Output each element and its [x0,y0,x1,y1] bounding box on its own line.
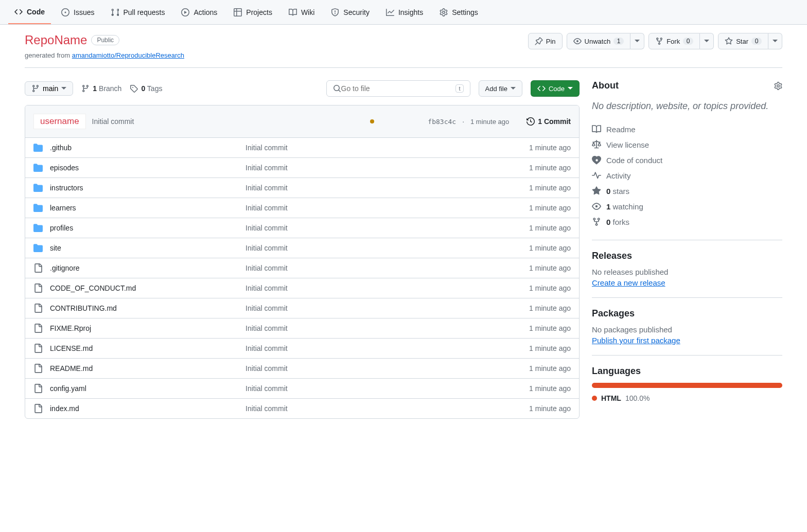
fork-button[interactable]: Fork 0 [648,33,700,49]
commit-message[interactable]: Initial commit [92,117,364,126]
repo-nav: Code Issues Pull requests Actions Projec… [0,0,807,25]
file-name-link[interactable]: index.md [50,404,245,413]
file-row: instructorsInitial commit1 minute ago [25,178,579,198]
file-commit-msg[interactable]: Initial commit [245,244,529,252]
pin-button[interactable]: Pin [528,33,563,49]
activity-link[interactable]: Activity [592,168,782,183]
file-name-link[interactable]: CONTRIBUTING.md [50,304,245,312]
file-search[interactable]: t [326,80,470,97]
author-username[interactable]: username [33,114,86,129]
forks-link[interactable]: 0 forks [592,214,782,229]
file-name-link[interactable]: .gitignore [50,264,245,272]
template-link[interactable]: amandamiotto/ReproducibleResearch [72,51,184,59]
file-name-link[interactable]: instructors [50,184,245,192]
file-name-link[interactable]: LICENSE.md [50,344,245,352]
status-indicator[interactable] [370,119,374,123]
conduct-link[interactable]: Code of conduct [592,152,782,168]
pulse-icon [592,171,601,180]
commits-link[interactable]: 1 Commit [527,117,571,126]
star-dropdown[interactable] [768,33,782,49]
file-row: episodesInitial commit1 minute ago [25,158,579,178]
create-release-link[interactable]: Create a new release [592,278,665,287]
languages-title: Languages [592,366,782,377]
file-name-link[interactable]: CODE_OF_CONDUCT.md [50,284,245,292]
file-time: 1 minute ago [529,384,571,393]
book-icon [289,8,297,16]
nav-label: Projects [246,8,272,16]
gear-icon [440,8,448,16]
nav-label: Actions [194,8,217,16]
file-commit-msg[interactable]: Initial commit [245,144,529,152]
publish-package-link[interactable]: Publish your first package [592,336,680,345]
file-commit-msg[interactable]: Initial commit [245,404,529,413]
branch-count-link[interactable]: 1 Branch [81,84,121,93]
file-name-link[interactable]: learners [50,204,245,212]
file-commit-msg[interactable]: Initial commit [245,384,529,393]
fork-dropdown[interactable] [700,33,714,49]
unwatch-dropdown[interactable] [630,33,644,49]
nav-security[interactable]: Security [325,0,376,24]
nav-label: Code [27,8,45,16]
file-commit-msg[interactable]: Initial commit [245,344,529,352]
code-icon [14,8,23,16]
file-name-link[interactable]: episodes [50,164,245,172]
folder-icon [33,183,44,192]
file-commit-msg[interactable]: Initial commit [245,304,529,312]
play-icon [181,8,189,16]
releases-none: No releases published [592,268,782,276]
history-icon [527,117,535,126]
file-commit-msg[interactable]: Initial commit [245,284,529,292]
nav-issues[interactable]: Issues [55,0,100,24]
nav-wiki[interactable]: Wiki [283,0,321,24]
readme-link[interactable]: Readme [592,121,782,137]
star-button[interactable]: Star 0 [718,33,768,49]
chevron-down-icon [704,40,709,43]
file-time: 1 minute ago [529,344,571,352]
file-commit-msg[interactable]: Initial commit [245,364,529,373]
book-icon [592,125,601,134]
nav-pull-requests[interactable]: Pull requests [104,0,171,24]
file-name-link[interactable]: profiles [50,224,245,232]
nav-projects[interactable]: Projects [227,0,278,24]
branch-select[interactable]: main [25,81,73,96]
file-name-link[interactable]: FIXME.Rproj [50,324,245,332]
file-time: 1 minute ago [529,164,571,172]
language-item[interactable]: HTML 100.0% [592,394,782,402]
about-title: About [592,80,619,91]
nav-code[interactable]: Code [8,0,51,24]
file-name-link[interactable]: .github [50,144,245,152]
add-file-button[interactable]: Add file [479,80,522,97]
heart-shield-icon [592,155,601,165]
nav-settings[interactable]: Settings [433,0,484,24]
file-commit-msg[interactable]: Initial commit [245,324,529,332]
nav-label: Security [343,8,370,16]
search-icon [333,84,341,93]
commit-header: username Initial commit fb83c4c · 1 minu… [25,105,579,138]
unwatch-button[interactable]: Unwatch 1 [567,33,631,49]
branch-icon [31,84,40,93]
file-commit-msg[interactable]: Initial commit [245,164,529,172]
code-button[interactable]: Code [531,80,580,97]
file-commit-msg[interactable]: Initial commit [245,264,529,272]
stars-link[interactable]: 0 stars [592,183,782,199]
tag-count-link[interactable]: 0 Tags [130,84,162,93]
file-commit-msg[interactable]: Initial commit [245,204,529,212]
file-name-link[interactable]: README.md [50,364,245,373]
gear-icon[interactable] [774,82,782,90]
nav-label: Wiki [301,8,314,16]
watching-link[interactable]: 1 watching [592,199,782,214]
file-commit-msg[interactable]: Initial commit [245,184,529,192]
packages-none: No packages published [592,325,782,334]
nav-actions[interactable]: Actions [175,0,223,24]
visibility-badge: Public [91,35,119,45]
file-commit-msg[interactable]: Initial commit [245,224,529,232]
repo-name[interactable]: RepoName [25,33,87,47]
commit-hash[interactable]: fb83c4c [428,118,456,126]
file-name-link[interactable]: config.yaml [50,384,245,393]
file-search-input[interactable] [341,84,456,93]
nav-insights[interactable]: Insights [380,0,429,24]
file-name-link[interactable]: site [50,244,245,252]
branch-icon [81,84,90,93]
license-link[interactable]: View license [592,137,782,152]
star-icon [592,186,601,196]
